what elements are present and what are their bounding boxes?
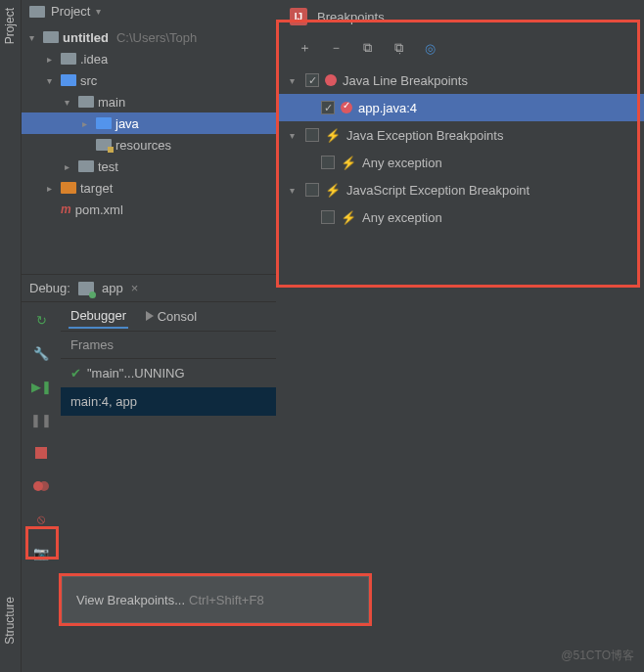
chevron-right-icon[interactable] <box>82 118 92 129</box>
breakpoint-node[interactable]: Java Line Breakpoints <box>278 67 644 94</box>
breakpoints-tree: Java Line Breakpointsapp.java:4⚡Java Exc… <box>278 63 644 235</box>
remove-breakpoint-button[interactable]: － <box>327 39 345 57</box>
checkbox[interactable] <box>305 73 319 87</box>
tree-label: src <box>80 73 97 88</box>
breakpoint-label: app.java:4 <box>358 101 417 115</box>
shortcut-label: Ctrl+Shift+F8 <box>189 593 264 607</box>
resume-button[interactable]: ▶❚ <box>31 377 51 396</box>
tab-console[interactable]: Consol <box>144 305 199 328</box>
frame-stack-row[interactable]: main:4, app <box>61 387 276 416</box>
breakpoint-label: Java Line Breakpoints <box>343 73 468 88</box>
chevron-right-icon[interactable] <box>65 161 74 172</box>
watermark: @51CTO博客 <box>561 648 634 664</box>
group-button[interactable]: ◎ <box>421 39 438 57</box>
group-by-file-button[interactable]: ⧉ <box>358 39 376 57</box>
checkbox[interactable] <box>305 128 319 142</box>
chevron-right-icon[interactable] <box>47 54 57 65</box>
breakpoint-node[interactable]: app.java:4 <box>278 94 644 121</box>
breakpoints-dialog: IJ Breakpoints ＋ － ⧉ ⧉̣ ◎ Java Line Brea… <box>278 0 644 288</box>
exception-bolt-icon: ⚡ <box>325 183 341 198</box>
tree-node[interactable]: main <box>22 91 276 112</box>
folder-icon <box>96 117 112 129</box>
sidebar-tabs: Project Structure <box>0 0 22 672</box>
breakpoint-label: Any exception <box>362 210 442 225</box>
tab-project[interactable]: Project <box>0 0 20 52</box>
chevron-down-icon[interactable] <box>290 130 299 141</box>
chevron-down-icon[interactable] <box>29 32 39 43</box>
checkbox[interactable] <box>321 156 335 169</box>
stop-button[interactable] <box>31 443 51 463</box>
menu-item-view-breakpoints[interactable]: View Breakpoints...Ctrl+Shift+F8 <box>76 593 264 607</box>
breakpoint-node[interactable]: ⚡Any exception <box>278 203 644 231</box>
frame-thread[interactable]: ✔ "main"...UNNING <box>61 359 276 387</box>
debug-header: Debug: app × <box>22 275 276 302</box>
debug-toolbar: ↻ 🔧 ▶❚ ❚❚ ⦸ 📷 <box>22 302 61 654</box>
chevron-down-icon[interactable] <box>290 75 299 86</box>
play-icon <box>146 311 154 321</box>
breakpoint-node[interactable]: ⚡Any exception <box>278 149 644 176</box>
tree-node[interactable]: .idea <box>22 48 276 69</box>
rerun-button[interactable]: ↻ <box>31 310 51 330</box>
tree-node[interactable]: resources <box>22 134 276 156</box>
folder-icon <box>78 160 94 172</box>
check-icon: ✔ <box>70 366 81 381</box>
project-header: Project <box>22 0 276 22</box>
breakpoint-node[interactable]: ⚡Java Exception Breakpoints <box>278 121 644 149</box>
tree-label: main <box>98 95 125 110</box>
mute-breakpoints-button[interactable]: ⦸ <box>31 510 51 529</box>
tree-node[interactable]: test <box>22 156 276 177</box>
tab-structure[interactable]: Structure <box>0 589 20 652</box>
frame-thread-label: "main"...UNNING <box>87 366 185 381</box>
close-icon[interactable]: × <box>131 281 139 295</box>
frame-location: main:4, app <box>70 394 137 409</box>
exception-bolt-icon: ⚡ <box>341 156 356 170</box>
chevron-down-icon[interactable] <box>96 6 106 17</box>
folder-icon <box>61 53 76 65</box>
folder-icon <box>61 182 76 194</box>
breakpoints-title: Breakpoints <box>317 10 385 24</box>
view-breakpoints-button[interactable] <box>31 476 51 496</box>
breakpoints-title-bar: IJ Breakpoints <box>278 0 644 33</box>
exception-bolt-icon: ⚡ <box>325 128 341 143</box>
group-by-class-button[interactable]: ⧉̣ <box>390 39 407 57</box>
pause-button[interactable]: ❚❚ <box>31 410 51 429</box>
breakpoint-label: JavaScript Exception Breakpoint <box>346 183 529 198</box>
chevron-down-icon[interactable] <box>290 185 299 196</box>
chevron-down-icon[interactable] <box>65 97 74 108</box>
chevron-down-icon[interactable] <box>47 75 57 86</box>
camera-button[interactable]: 📷 <box>31 543 51 562</box>
tree-node[interactable]: target <box>22 177 276 199</box>
project-header-label: Project <box>51 4 90 19</box>
folder-icon <box>96 139 112 151</box>
chevron-right-icon[interactable] <box>47 183 57 194</box>
debug-title: Debug: <box>29 281 70 295</box>
root-name: untitled <box>63 30 109 45</box>
tree-node[interactable]: java <box>22 112 276 134</box>
tree-label: .idea <box>80 52 108 67</box>
tab-debugger[interactable]: Debugger <box>69 304 128 329</box>
project-tool-window: Project untitled C:\Users\Toph .ideasrcm… <box>22 0 276 274</box>
breakpoint-dot-check-icon <box>341 102 352 113</box>
tree-node[interactable]: src <box>22 69 276 91</box>
breakpoint-node[interactable]: ⚡JavaScript Exception Breakpoint <box>278 176 644 203</box>
checkbox[interactable] <box>321 210 335 224</box>
tree-node[interactable]: mpom.xml <box>22 199 276 220</box>
intellij-icon: IJ <box>290 8 307 25</box>
root-path: C:\Users\Toph <box>116 30 197 45</box>
add-breakpoint-button[interactable]: ＋ <box>296 39 313 57</box>
checkbox[interactable] <box>305 183 319 197</box>
breakpoints-toolbar: ＋ － ⧉ ⧉̣ ◎ <box>278 33 644 63</box>
folder-icon <box>43 31 59 43</box>
breakpoint-label: Any exception <box>362 156 442 170</box>
tree-root[interactable]: untitled C:\Users\Toph <box>22 26 276 48</box>
project-icon <box>29 6 45 18</box>
debug-config-name: app <box>102 281 123 295</box>
frames-header: Frames <box>61 332 276 359</box>
checkbox[interactable] <box>321 101 335 114</box>
tree-label: test <box>98 159 118 174</box>
settings-button[interactable]: 🔧 <box>31 343 51 363</box>
maven-file-icon: m <box>61 202 71 216</box>
breakpoint-dot-icon <box>325 74 337 86</box>
project-tree: untitled C:\Users\Toph .ideasrcmainjavar… <box>22 22 276 224</box>
folder-icon <box>78 96 94 108</box>
